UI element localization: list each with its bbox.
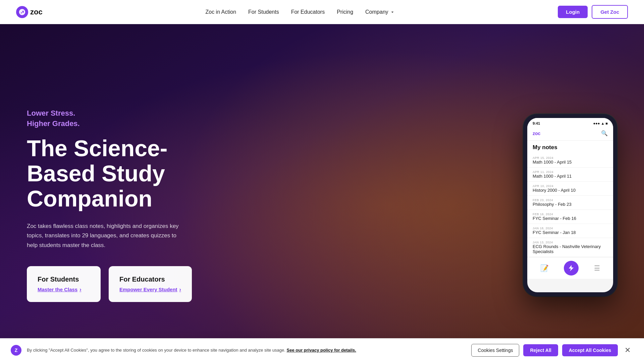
note-name: FYC Seminar - Feb 16: [533, 216, 608, 221]
phone-header: zoc 🔍: [527, 127, 613, 141]
note-date: JAN 18, 2024: [533, 227, 608, 230]
search-icon[interactable]: 🔍: [601, 130, 608, 136]
nav-links: Zoc in Action For Students For Educators…: [205, 9, 395, 15]
note-date: JAN 13, 2024: [533, 241, 608, 244]
nav-actions: Login Get Zoc: [558, 5, 628, 19]
phone-notes-list: APR 15, 2024 Math 1000 - April 15 APR 11…: [527, 154, 613, 257]
logo-text: zoc: [30, 8, 43, 16]
hero-section: Lower Stress. Higher Grades. The Science…: [0, 24, 644, 362]
note-date: FEB 16, 2024: [533, 213, 608, 216]
hero-card-educators-title: For Educators: [119, 276, 181, 283]
hero-content: Lower Stress. Higher Grades. The Science…: [0, 88, 219, 322]
phone-bottom-bar: 📝 ☰: [527, 257, 613, 279]
zoc-svg-icon: [18, 8, 26, 16]
note-name: Math 1000 - April 11: [533, 174, 608, 179]
cookie-logo-icon: Z: [11, 345, 21, 356]
list-item[interactable]: APR 10, 2024 History 2000 - April 10: [527, 182, 613, 196]
cookie-close-button[interactable]: ✕: [622, 345, 633, 356]
hero-card-educators[interactable]: For Educators Empower Every Student ›: [109, 266, 192, 302]
notes-tab-icon[interactable]: 📝: [540, 264, 549, 272]
phone-signals: ●●● ▲ ■: [593, 121, 608, 125]
note-name: History 2000 - April 10: [533, 188, 608, 193]
accept-all-cookies-button[interactable]: Accept All Cookies: [562, 344, 618, 356]
list-item[interactable]: FEB 16, 2024 FYC Seminar - Feb 16: [527, 210, 613, 224]
nav-company-dropdown[interactable]: Company: [365, 9, 395, 15]
hero-description: Zoc takes flawless class notes, highligh…: [27, 222, 188, 250]
navigation: zoc Zoc in Action For Students For Educa…: [0, 0, 644, 24]
cookie-text: By clicking "Accept All Cookies", you ag…: [27, 347, 466, 354]
list-item[interactable]: APR 11, 2024 Math 1000 - April 11: [527, 168, 613, 182]
chevron-down-icon: [390, 9, 395, 15]
phone-time: 9:41: [533, 121, 540, 125]
list-item[interactable]: JAN 13, 2024 ECG Rounds - Nashville Vete…: [527, 238, 613, 257]
phone-fab-button[interactable]: [564, 261, 579, 276]
login-button[interactable]: Login: [558, 6, 588, 18]
cookies-settings-button[interactable]: Cookies Settings: [471, 344, 519, 357]
note-date: APR 15, 2024: [533, 156, 608, 160]
phone-inner: 9:41 ●●● ▲ ■ zoc 🔍 My notes APR 15, 2024: [527, 118, 613, 292]
cookie-privacy-link[interactable]: See our privacy policy for details.: [287, 348, 356, 353]
phone-status-bar: 9:41 ●●● ▲ ■: [527, 118, 613, 127]
bolt-icon: [568, 264, 575, 272]
phone-app-name: zoc: [533, 131, 540, 136]
list-item[interactable]: APR 15, 2024 Math 1000 - April 15: [527, 154, 613, 168]
note-name: Math 1000 - April 15: [533, 160, 608, 165]
hero-card-students-link[interactable]: Master the Class ›: [38, 287, 90, 293]
nav-link-for-students[interactable]: For Students: [248, 9, 279, 15]
nav-link-zoc-in-action[interactable]: Zoc in Action: [205, 9, 236, 15]
hero-card-educators-link[interactable]: Empower Every Student ›: [119, 287, 181, 293]
list-item[interactable]: JAN 18, 2024 FYC Seminar - Jan 18: [527, 224, 613, 238]
menu-tab-icon[interactable]: ☰: [594, 264, 600, 272]
note-name: ECG Rounds - Nashville Veterinary Specia…: [533, 244, 608, 254]
list-item[interactable]: FEB 23, 2024 Philosophy - Feb 23: [527, 196, 613, 210]
note-name: FYC Seminar - Jan 18: [533, 230, 608, 235]
logo[interactable]: zoc: [16, 6, 43, 18]
logo-icon: [16, 6, 28, 18]
phone-outer: 9:41 ●●● ▲ ■ zoc 🔍 My notes APR 15, 2024: [523, 114, 617, 296]
note-name: Philosophy - Feb 23: [533, 202, 608, 207]
hero-title: The Science- Based Study Companion: [27, 136, 192, 211]
hero-card-students[interactable]: For Students Master the Class ›: [27, 266, 101, 302]
reject-all-button[interactable]: Reject All: [523, 344, 558, 356]
hero-card-students-title: For Students: [38, 276, 90, 283]
note-date: APR 11, 2024: [533, 170, 608, 174]
phone-app-bar: zoc 🔍: [533, 130, 608, 136]
cookie-banner: Z By clicking "Accept All Cookies", you …: [0, 338, 644, 362]
hero-card-students-arrow: ›: [79, 287, 81, 293]
hero-tagline: Lower Stress. Higher Grades.: [27, 108, 192, 129]
hero-card-educators-arrow: ›: [179, 287, 181, 293]
note-date: FEB 23, 2024: [533, 198, 608, 202]
cookie-actions: Cookies Settings Reject All Accept All C…: [471, 344, 633, 357]
phone-mockup: 9:41 ●●● ▲ ■ zoc 🔍 My notes APR 15, 2024: [523, 114, 617, 296]
phone-section-title: My notes: [527, 141, 613, 154]
nav-link-pricing[interactable]: Pricing: [337, 9, 353, 15]
note-date: APR 10, 2024: [533, 184, 608, 188]
nav-link-for-educators[interactable]: For Educators: [291, 9, 325, 15]
hero-cards: For Students Master the Class › For Educ…: [27, 266, 192, 302]
get-zoc-button[interactable]: Get Zoc: [592, 5, 628, 19]
